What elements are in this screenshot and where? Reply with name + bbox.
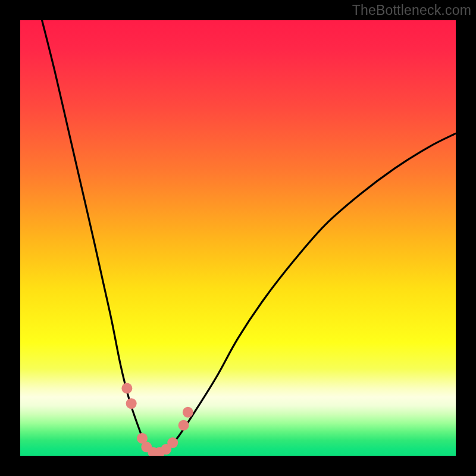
highlight-dots bbox=[20, 20, 456, 456]
highlight-dot bbox=[167, 437, 178, 448]
highlight-dot bbox=[126, 398, 137, 409]
highlight-dot bbox=[178, 420, 189, 431]
highlight-dot bbox=[183, 407, 193, 418]
plot-area bbox=[20, 20, 456, 456]
highlight-dot bbox=[121, 383, 132, 394]
watermark-text: TheBottleneck.com bbox=[352, 2, 471, 18]
chart-frame: TheBottleneck.com bbox=[0, 0, 476, 476]
